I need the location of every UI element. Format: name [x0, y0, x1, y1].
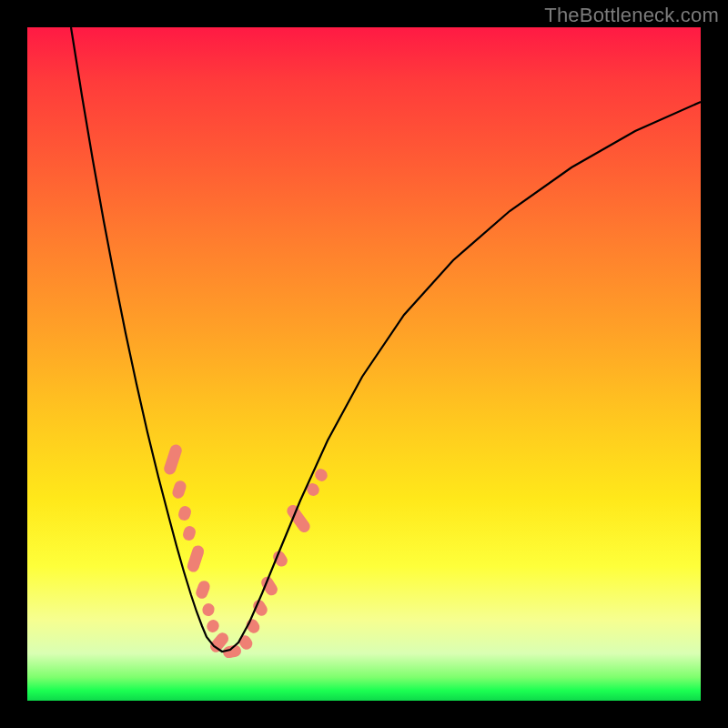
curve-marker	[181, 524, 197, 541]
chart-frame: TheBottleneck.com	[0, 0, 728, 728]
curve-marker	[171, 479, 188, 500]
bottleneck-curve	[71, 27, 701, 652]
curve-marker	[194, 579, 211, 600]
curve-marker	[163, 443, 184, 476]
curve-layer	[27, 27, 701, 701]
curve-marker	[205, 618, 221, 634]
curve-marker	[186, 544, 206, 574]
plot-area	[27, 27, 701, 701]
curve-marker	[200, 602, 216, 618]
curve-marker	[177, 504, 192, 521]
watermark-text: TheBottleneck.com	[544, 4, 719, 27]
